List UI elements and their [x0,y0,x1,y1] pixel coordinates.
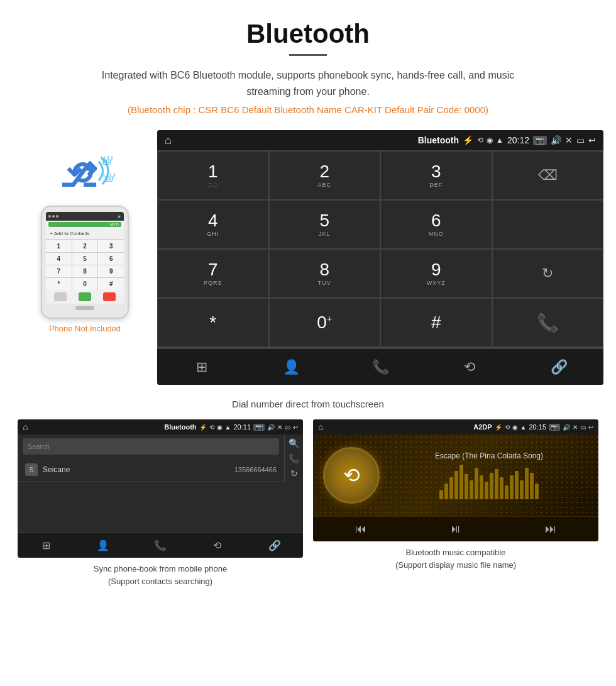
fullscreen-icon[interactable]: ▭ [576,135,585,145]
music-screen: ⌂ A2DP ⚡ ⟲ ◉ ▲ 20:15 📷 🔊 ✕ ▭ ↩ [313,419,598,541]
bluetooth-status-icon: ⟲ [477,136,483,145]
nav-apps[interactable]: ⊞ [157,349,246,385]
nav-link[interactable]: 🔗 [514,349,603,385]
pb-status-icons: ⟲ ◉ ▲ [209,424,231,431]
music-loc-icon: ◉ [512,424,518,431]
pb-caption: Sync phone-book from mobile phone (Suppo… [94,563,227,587]
music-camera-icon[interactable]: 📷 [549,424,560,431]
phone-key-9[interactable]: 9 [98,265,124,277]
pb-bt-icon: ⟲ [209,424,214,431]
key-0[interactable]: 0+ [269,298,381,347]
key-backspace[interactable]: ⌫ [492,151,604,200]
signal-waves-icon: ꇪ ꇪ [100,152,116,185]
pb-full-icon[interactable]: ▭ [285,424,290,431]
contact-letter: S [25,463,38,476]
music-prev-btn[interactable]: ⏮ [313,517,408,541]
key-6[interactable]: 6 MNO [380,200,492,249]
nav-contacts[interactable]: 👤 [246,349,336,385]
music-play-pause-btn[interactable]: ⏯ [408,517,503,541]
close-icon[interactable]: ✕ [565,135,573,145]
phone-not-included-label: Phone Not Included [49,324,121,333]
key-empty-2 [492,200,604,249]
status-right-icons: 📷 🔊 ✕ ▭ ↩ [533,135,596,145]
signal-icon: ▲ [496,136,503,145]
key-2[interactable]: 2 ABC [269,151,381,200]
eq-bar [459,465,463,499]
music-home-icon[interactable]: ⌂ [318,422,323,432]
key-call-red[interactable] [492,347,604,348]
music-full-icon[interactable]: ▭ [580,424,586,431]
phone-key-7[interactable]: 7 [46,265,72,277]
pb-nav-phone[interactable]: 📞 [132,533,189,558]
pb-sync-icon[interactable]: ↻ [290,468,298,479]
pb-nav-bt[interactable]: ⟲ [189,533,246,558]
dialpad-screen-title: Bluetooth [418,135,459,145]
phone-key-star[interactable]: * [46,278,72,290]
pb-contact-row[interactable]: S Seicane 13566664466 [18,458,284,482]
key-8[interactable]: 8 TUV [269,249,381,298]
pb-search-icon[interactable]: 🔍 [289,438,299,448]
home-icon[interactable]: ⌂ [165,134,172,147]
key-3[interactable]: 3 DEF [380,151,492,200]
music-back-icon[interactable]: ↩ [588,424,593,431]
nav-bluetooth[interactable]: ⟲ [425,349,514,385]
pb-call-icon[interactable]: 📞 [289,453,299,463]
eq-bar [449,477,453,499]
phone-key-6[interactable]: 6 [98,253,124,265]
key-hash[interactable]: # [380,298,492,347]
phone-key-2[interactable]: 2 [72,240,98,252]
pb-nav-apps[interactable]: ⊞ [18,533,75,558]
status-dot [48,215,51,218]
pb-camera-icon[interactable]: 📷 [253,424,265,431]
key-1[interactable]: 1 ◌◌ [157,151,269,200]
phone-key-5[interactable]: 5 [72,253,98,265]
phone-home-button[interactable] [75,306,94,310]
pb-vol-icon[interactable]: 🔊 [267,424,275,431]
pb-nav-contacts[interactable]: 👤 [75,533,132,558]
eq-bar [465,474,468,499]
music-content: ⟲ Escape (The Pina Colada Song) [313,434,598,516]
eq-bar [480,475,483,499]
eq-bar [454,471,458,499]
phone-key-0[interactable]: 0 [72,278,98,290]
dialpad-grid: 1 ◌◌ 2 ABC 3 DEF ⌫ 4 GHI [157,150,603,347]
music-album-art: ⟲ [323,447,380,504]
key-refresh[interactable]: ↻ [492,249,604,298]
eq-bar [490,473,493,499]
music-vol-icon[interactable]: 🔊 [563,424,570,431]
pb-close-icon[interactable]: ✕ [277,424,282,431]
nav-phone[interactable]: 📞 [336,349,425,385]
music-close-icon[interactable]: ✕ [573,424,578,431]
key-call-green[interactable]: 📞 [492,298,604,347]
eq-bar [495,469,498,499]
music-status-icons: ⟲ ◉ ▲ [505,424,527,431]
key-7[interactable]: 7 PQRS [157,249,269,298]
pb-nav-link[interactable]: 🔗 [246,533,303,558]
key-9[interactable]: 9 WXYZ [380,249,492,298]
eq-bar [520,480,524,499]
phone-cancel-btn[interactable] [54,292,67,301]
music-next-btn[interactable]: ⏭ [503,517,598,541]
camera-icon[interactable]: 📷 [533,136,547,145]
phone-status-bar: ★ [46,212,124,221]
phone-key-8[interactable]: 8 [72,265,98,277]
eq-bar [510,475,514,499]
usb-icon: ⚡ [463,135,473,145]
phone-key-1[interactable]: 1 [46,240,72,252]
pb-home-icon[interactable]: ⌂ [23,422,28,432]
volume-icon[interactable]: 🔊 [551,135,561,145]
phone-screen: ★ MYO +Add to Contacts 1 2 3 4 5 6 7 8 [46,212,124,304]
back-icon[interactable]: ↩ [588,135,596,145]
phone-key-hash[interactable]: # [98,278,124,290]
phone-add-contact: +Add to Contacts [46,228,124,240]
key-4[interactable]: 4 GHI [157,200,269,249]
key-star[interactable]: * [157,298,269,347]
pb-sig-icon: ▲ [225,424,231,431]
phone-key-3[interactable]: 3 [98,240,124,252]
key-5[interactable]: 5 JKL [269,200,381,249]
pb-back-icon[interactable]: ↩ [293,424,298,431]
pb-search-bar[interactable]: Search [23,438,279,455]
phone-key-4[interactable]: 4 [46,253,72,265]
phone-call-btn[interactable] [79,292,91,301]
phone-end-btn[interactable] [103,292,116,301]
